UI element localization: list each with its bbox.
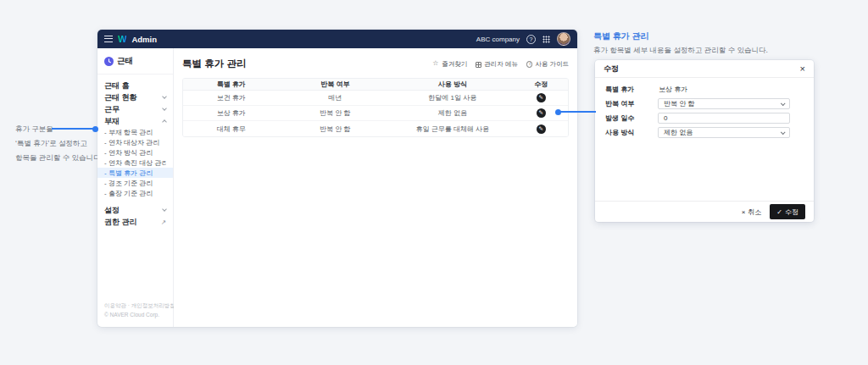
sidebar-item-label: 근태 홈 bbox=[104, 80, 166, 91]
sidebar-section-header[interactable]: 근태 bbox=[97, 48, 173, 75]
works-logo-icon[interactable]: W bbox=[118, 35, 126, 44]
page-action-button[interactable]: 사용 가이드 bbox=[526, 60, 569, 69]
column-header-repeat: 반복 여부 bbox=[280, 80, 392, 89]
sidebar-item-label: 근태 현황 bbox=[104, 92, 163, 103]
sidebar-item[interactable]: 권한 관리 ↗ bbox=[97, 216, 173, 228]
sidebar-item[interactable]: 연차 대상자 관리 ↗ bbox=[97, 137, 173, 147]
right-callout-title: 특별 휴가 관리 bbox=[593, 30, 768, 42]
edit-icon[interactable]: ✎ bbox=[537, 108, 546, 118]
clock-icon bbox=[104, 57, 114, 66]
sidebar-item-label: 권한 관리 bbox=[104, 217, 159, 228]
field-static-value: 보상 휴가 bbox=[658, 85, 687, 94]
column-header-usage: 사용 방식 bbox=[391, 80, 514, 89]
pencil-icon: ✎ bbox=[538, 110, 542, 116]
company-name[interactable]: ABC company bbox=[476, 36, 520, 43]
cell-leave-name: 보건 휴가 bbox=[183, 93, 280, 102]
field-select[interactable]: 제한 없음 bbox=[658, 127, 790, 138]
chevron-icon bbox=[162, 94, 167, 99]
edit-icon[interactable]: ✎ bbox=[537, 93, 546, 102]
cell-repeat: 반복 안 함 bbox=[280, 108, 392, 118]
right-connector-line bbox=[560, 111, 596, 113]
sidebar-item-label: 설정 bbox=[104, 205, 163, 216]
topbar-right: ABC company ? bbox=[476, 32, 570, 46]
action-icon bbox=[432, 61, 439, 68]
sidebar-item[interactable]: 연차 방식 관리 ↗ bbox=[97, 147, 173, 158]
cell-repeat: 매년 bbox=[280, 93, 392, 102]
modal-field-row: 반복 여부 반복 안 함 반복 안 함 반복 안 함 bbox=[605, 98, 804, 109]
modal-title: 수정 bbox=[604, 64, 619, 75]
right-callout-note: 특별 휴가 관리 휴가 항목별 세부 내용을 설정하고 관리할 수 있습니다. bbox=[593, 30, 768, 56]
sidebar-item[interactable]: 출장 기준 관리 ↗ bbox=[97, 188, 173, 198]
privacy-link[interactable]: 개인정보처리방침 bbox=[131, 302, 175, 308]
sidebar-item-label: 부재 bbox=[104, 116, 163, 127]
chevron-icon bbox=[162, 207, 167, 212]
action-label: 사용 가이드 bbox=[535, 60, 569, 69]
sidebar-item[interactable]: 설정 ↗ bbox=[97, 204, 173, 216]
modal-field-row: 사용 방식 제한 없음 제한 없음 제한 없음 bbox=[605, 127, 804, 138]
cell-usage: 제한 없음 bbox=[391, 108, 514, 118]
modal-body: 특별 휴가 보상 휴가 보상 휴가 보상 휴가 반복 여부 반복 안 함 반복 … bbox=[595, 78, 814, 201]
main-content: 특별 휴가 관리 즐겨찾기 관리자 메뉴 사용 가이드 특별 휴가 반복 여부 … bbox=[174, 48, 577, 327]
app-body: 근태 근태 홈 ↗ 근태 현황 ↗ 근무 ↗ 부재 ↗ 부재 항목 관리 ↗ 연… bbox=[97, 48, 577, 327]
right-connector-dot bbox=[555, 109, 561, 115]
edit-icon[interactable]: ✎ bbox=[537, 124, 546, 134]
sidebar-item[interactable]: 부재 ↗ bbox=[97, 115, 173, 127]
sidebar-item[interactable]: 부재 항목 관리 ↗ bbox=[97, 127, 173, 137]
cell-edit: ✎ bbox=[514, 124, 568, 134]
left-callout-line: ‘특별 휴가’로 설정하고 bbox=[15, 136, 103, 151]
modal-header: 수정 × bbox=[595, 60, 814, 78]
chevron-icon bbox=[162, 106, 167, 111]
hamburger-menu-icon[interactable] bbox=[104, 36, 113, 42]
field-label: 특별 휴가 bbox=[605, 85, 658, 94]
cancel-button[interactable]: × 취소 bbox=[742, 207, 762, 217]
action-icon bbox=[476, 62, 481, 68]
select-value: 제한 없음 bbox=[664, 128, 693, 137]
table-row: 보상 휴가 반복 안 함 제한 없음 ✎ bbox=[183, 106, 568, 121]
cell-repeat: 반복 안 함 bbox=[280, 124, 392, 134]
sidebar-item[interactable]: 특별 휴가 관리 ↗ bbox=[97, 168, 173, 178]
submit-button[interactable]: ✓ 수정 bbox=[770, 204, 805, 219]
action-icon bbox=[526, 61, 533, 68]
sidebar-item[interactable]: 연차 촉진 대상 관리 ↗ bbox=[97, 158, 173, 168]
modal-footer: × 취소 ✓ 수정 bbox=[595, 201, 814, 222]
modal-field-row: 특별 휴가 보상 휴가 보상 휴가 보상 휴가 bbox=[605, 84, 804, 95]
field-input[interactable]: 0 bbox=[658, 113, 790, 124]
terms-link[interactable]: 이용약관 bbox=[104, 302, 126, 308]
sidebar-item-label: 출장 기준 관리 bbox=[104, 189, 166, 198]
sidebar-item-label: 근무 bbox=[104, 104, 163, 115]
chevron-down-icon bbox=[781, 101, 786, 106]
help-icon[interactable]: ? bbox=[526, 35, 536, 44]
left-connector-line bbox=[52, 128, 94, 130]
page-action-button[interactable]: 관리자 메뉴 bbox=[476, 60, 518, 69]
close-icon[interactable]: × bbox=[800, 64, 805, 74]
sidebar: 근태 근태 홈 ↗ 근태 현황 ↗ 근무 ↗ 부재 ↗ 부재 항목 관리 ↗ 연… bbox=[97, 48, 174, 327]
table-header-row: 특별 휴가 반복 여부 사용 방식 수정 bbox=[183, 79, 568, 91]
page-actions: 즐겨찾기 관리자 메뉴 사용 가이드 bbox=[432, 60, 569, 69]
cell-leave-name: 보상 휴가 bbox=[183, 108, 280, 118]
sidebar-item[interactable]: 경조 기준 관리 ↗ bbox=[97, 178, 173, 188]
chevron-icon bbox=[162, 119, 167, 124]
avatar[interactable] bbox=[557, 32, 570, 46]
page-action-button[interactable]: 즐겨찾기 bbox=[432, 60, 467, 69]
sidebar-footer-links: 이용약관 · 개인정보처리방침 bbox=[104, 301, 166, 311]
pencil-icon: ✎ bbox=[538, 125, 542, 131]
sidebar-item[interactable]: 근무 ↗ bbox=[97, 103, 173, 115]
field-label: 사용 방식 bbox=[605, 128, 658, 137]
left-callout-line: 항목을 관리할 수 있습니다. bbox=[15, 151, 103, 165]
sidebar-item[interactable]: 근태 현황 ↗ bbox=[97, 91, 173, 103]
cell-usage: 휴일 근무를 대체해 사용 bbox=[391, 124, 514, 134]
field-select[interactable]: 반복 안 함 bbox=[658, 98, 790, 109]
cell-usage: 한달에 1일 사용 bbox=[391, 93, 514, 102]
leave-table: 특별 휴가 반복 여부 사용 방식 수정 보건 휴가 매년 한달에 1일 사용 … bbox=[182, 78, 569, 137]
chevron-down-icon bbox=[781, 130, 786, 135]
admin-app-window: W Admin ABC company ? 근태 근태 bbox=[97, 30, 577, 327]
sidebar-item[interactable]: 근태 홈 ↗ bbox=[97, 80, 173, 91]
copyright: © NAVER Cloud Corp. bbox=[104, 310, 166, 320]
table-row: 대체 휴무 반복 안 함 휴일 근무를 대체해 사용 ✎ bbox=[183, 121, 568, 136]
page-header: 특별 휴가 관리 즐겨찾기 관리자 메뉴 사용 가이드 bbox=[174, 48, 577, 78]
cancel-x-icon: × bbox=[742, 208, 746, 216]
app-launcher-icon[interactable] bbox=[542, 36, 550, 43]
field-label: 발생 일수 bbox=[605, 113, 658, 123]
sidebar-item-label: 부재 항목 관리 bbox=[104, 128, 166, 137]
external-link-icon: ↗ bbox=[161, 218, 166, 226]
